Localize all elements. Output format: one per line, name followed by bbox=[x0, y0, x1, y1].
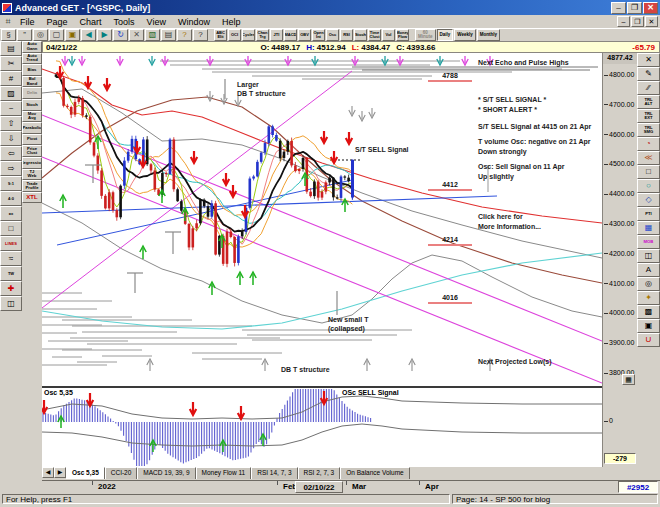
arrow-up-icon[interactable]: ⇧ bbox=[0, 116, 22, 131]
wave-tool-icon[interactable]: ≈ bbox=[0, 251, 22, 266]
study-auto-trend[interactable]: AutoTrend bbox=[22, 53, 42, 65]
study-xtl[interactable]: XTL bbox=[22, 192, 42, 204]
matrix-icon[interactable]: ▩ bbox=[637, 305, 660, 319]
study-delta[interactable]: Delta bbox=[22, 87, 42, 99]
tab-rsi-2-7-3[interactable]: RSI 2, 7, 3 bbox=[298, 467, 341, 479]
trl-smg-icon[interactable]: TRLSMG bbox=[637, 123, 660, 137]
tab-scroll-right[interactable]: ▶ bbox=[54, 467, 66, 478]
menu-view[interactable]: View bbox=[141, 16, 172, 28]
study-button-vol[interactable]: Vol bbox=[382, 29, 395, 41]
study-trade-profile[interactable]: TradeProfile bbox=[22, 180, 42, 192]
menu-file[interactable]: File bbox=[14, 16, 41, 28]
ellipse-icon[interactable]: ○ bbox=[637, 179, 660, 193]
oscillator-pane[interactable]: Osc 5,35 OSc SELL Signal bbox=[42, 388, 602, 467]
ratio-9-1-icon[interactable]: 9:1 bbox=[0, 176, 22, 191]
new-page-icon[interactable]: ▢ bbox=[49, 29, 64, 41]
price-chart-pane[interactable]: 4788441242144016LargerDB T structureS/T … bbox=[42, 53, 602, 386]
open-page-icon[interactable]: ▤ bbox=[0, 41, 22, 56]
study-button-macd[interactable]: MACD bbox=[284, 29, 297, 41]
preview-icon[interactable]: ◫ bbox=[637, 249, 660, 263]
mdi-restore-button[interactable]: ❐ bbox=[631, 16, 644, 27]
arrow-down-icon[interactable]: ⇩ bbox=[0, 131, 22, 146]
cross-tool-icon[interactable]: ✚ bbox=[0, 281, 22, 296]
pti-icon[interactable]: PTI bbox=[637, 207, 660, 221]
timeframe-monthly[interactable]: Monthly bbox=[477, 29, 500, 41]
study-button-chan-trg[interactable]: ChanTrg bbox=[256, 29, 269, 41]
study-stoch[interactable]: Stoch bbox=[22, 99, 42, 111]
elliott-wave-icon[interactable]: ~ bbox=[0, 101, 22, 116]
price-axis[interactable]: 4877.42 4800.004700.004600.004500.004400… bbox=[602, 53, 637, 467]
tab-money-flow-11[interactable]: Money Flow 11 bbox=[196, 467, 252, 479]
quotes-icon[interactable]: ” bbox=[17, 29, 32, 41]
menu-chart[interactable]: Chart bbox=[74, 16, 108, 28]
menu-tools[interactable]: Tools bbox=[108, 16, 141, 28]
help-icon[interactable]: ? bbox=[177, 29, 192, 41]
zoom-tool-icon[interactable]: ◎ bbox=[637, 277, 660, 291]
symbols-icon[interactable]: ✂ bbox=[0, 56, 22, 71]
eraser-icon[interactable]: ▨ bbox=[0, 86, 22, 101]
tab-on-balance-volume[interactable]: On Balance Volume bbox=[340, 467, 409, 479]
study-button-rsi[interactable]: RSI bbox=[340, 29, 353, 41]
study-tj-web[interactable]: TJWeb bbox=[22, 169, 42, 181]
ratio-4-0-icon[interactable]: 4:0 bbox=[0, 191, 22, 206]
delete-drawing-icon[interactable]: ✕ bbox=[637, 53, 660, 67]
prev-page-icon[interactable]: ◀ bbox=[81, 29, 96, 41]
note-more-information[interactable]: More Information... bbox=[478, 223, 541, 230]
refresh-icon[interactable]: ↻ bbox=[113, 29, 128, 41]
mdi-close-button[interactable]: ✕ bbox=[645, 16, 658, 27]
study-mov-avg[interactable]: MovAvg bbox=[22, 111, 42, 123]
study-button-oci[interactable]: OCI bbox=[228, 29, 241, 41]
close-button[interactable]: ✕ bbox=[643, 2, 658, 14]
lines-tool-icon[interactable]: LINES bbox=[0, 236, 22, 251]
save-page-icon[interactable]: ▣ bbox=[65, 29, 80, 41]
tw-tool-icon[interactable]: TW bbox=[0, 266, 22, 281]
fib-fan-icon[interactable]: ≪ bbox=[637, 151, 660, 165]
next-page-icon[interactable]: ▶ bbox=[97, 29, 112, 41]
menu-page[interactable]: Page bbox=[41, 16, 74, 28]
study-price-clust[interactable]: PriceClust bbox=[22, 145, 42, 157]
copy-icon[interactable]: ▣ bbox=[637, 319, 660, 333]
study-button-abc-elit[interactable]: ABCElit bbox=[214, 29, 227, 41]
restore-button[interactable]: ❐ bbox=[627, 2, 642, 14]
tab-osc-5-35[interactable]: Osc 5,35 bbox=[66, 467, 105, 479]
study-button-jti[interactable]: JTI bbox=[270, 29, 283, 41]
palette-icon[interactable]: ✦ bbox=[637, 291, 660, 305]
box-tool-icon[interactable]: □ bbox=[0, 221, 22, 236]
tab-macd-19-39-9[interactable]: MACD 19, 39, 9 bbox=[137, 467, 195, 479]
note-click-here-for[interactable]: Click here for bbox=[478, 213, 523, 220]
study-button-stoch[interactable]: Stoch bbox=[354, 29, 367, 41]
document-icon[interactable]: ⌗ bbox=[2, 16, 14, 27]
chart-setup-icon[interactable]: # bbox=[0, 71, 22, 86]
link-icon[interactable]: § bbox=[1, 29, 16, 41]
study-regression[interactable]: Regression bbox=[22, 157, 42, 169]
study-pivot[interactable]: Pivot bbox=[22, 134, 42, 146]
pencil-icon[interactable]: ✎ bbox=[637, 67, 660, 81]
arrow-right-icon[interactable]: ⇨ bbox=[0, 161, 22, 176]
delete-icon[interactable]: ✕ bbox=[129, 29, 144, 41]
minimize-button[interactable]: – bbox=[611, 2, 626, 14]
study-button-cycles[interactable]: Cycles bbox=[242, 29, 255, 41]
search-icon[interactable]: ◎ bbox=[33, 29, 48, 41]
gann-circle-icon[interactable]: ◔ bbox=[637, 137, 660, 151]
tab-cci-20[interactable]: CCI-20 bbox=[105, 467, 138, 479]
insert-chart-icon[interactable]: ▧ bbox=[145, 29, 160, 41]
context-help-icon[interactable]: ? bbox=[193, 29, 208, 41]
timeframe-weekly[interactable]: Weekly bbox=[454, 29, 475, 41]
text-tool-icon[interactable]: A bbox=[637, 263, 660, 277]
chart-window-icon[interactable]: ◫ bbox=[0, 296, 22, 311]
study-bol-band[interactable]: BolBand bbox=[22, 76, 42, 88]
trendline-icon[interactable]: ⁄⁄ bbox=[637, 81, 660, 95]
study-button-money-flow[interactable]: MoneyFlow bbox=[396, 29, 409, 41]
timeframe-60-minute[interactable]: 60Minute bbox=[415, 29, 436, 41]
study-button-osc[interactable]: Osc bbox=[326, 29, 339, 41]
menu-help[interactable]: Help bbox=[216, 16, 247, 28]
study-bias[interactable]: Bias bbox=[22, 64, 42, 76]
menu-window[interactable]: Window bbox=[172, 16, 216, 28]
undo-icon[interactable]: U bbox=[637, 333, 660, 347]
study-button-obv[interactable]: OBV bbox=[298, 29, 311, 41]
print-icon[interactable]: ▤ bbox=[161, 29, 176, 41]
mdi-minimize-button[interactable]: – bbox=[617, 16, 630, 27]
tab-scroll-left[interactable]: ◀ bbox=[42, 467, 54, 478]
timeframe-daily[interactable]: Daily bbox=[437, 29, 454, 41]
grid-icon[interactable]: ▦ bbox=[637, 221, 660, 235]
